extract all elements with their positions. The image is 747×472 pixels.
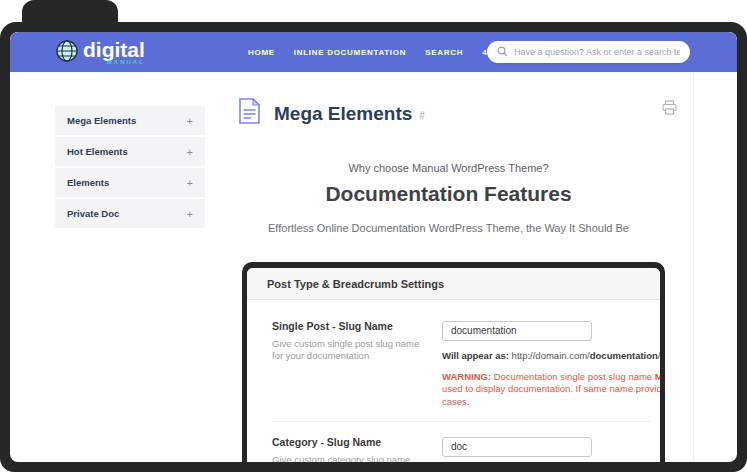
page-title-row: Mega Elements #: [238, 98, 425, 129]
page-title: Mega Elements: [274, 103, 412, 125]
expand-plus-icon[interactable]: +: [187, 208, 193, 220]
intro-heading: Documentation Features: [232, 182, 665, 206]
settings-panel: Post Type & Breadcrumb Settings Single P…: [247, 268, 660, 462]
settings-panel-frame: Post Type & Breadcrumb Settings Single P…: [242, 262, 665, 462]
category-slug-input[interactable]: [442, 437, 592, 457]
print-icon[interactable]: [662, 100, 677, 119]
sidebar-item-hot-elements[interactable]: Hot Elements +: [55, 137, 205, 166]
sidebar: Mega Elements + Hot Elements + Elements …: [55, 106, 205, 230]
intro-subheading: Effortless Online Documentation WordPres…: [232, 222, 665, 234]
form-row-category-slug: Category - Slug Name Give custom categor…: [272, 436, 660, 462]
sidebar-item-mega-elements[interactable]: Mega Elements +: [55, 106, 205, 135]
single-post-slug-input[interactable]: [442, 321, 592, 341]
anchor-hash-link[interactable]: #: [419, 110, 425, 121]
screen: digital MANUAL HOME INLINE DOCUMENTATION…: [10, 32, 737, 462]
expand-plus-icon[interactable]: +: [187, 146, 193, 158]
settings-panel-title: Post Type & Breadcrumb Settings: [267, 278, 444, 290]
intro-block: Why choose Manual WordPress Theme? Docum…: [232, 162, 665, 234]
row-divider: [272, 421, 650, 422]
sidebar-item-elements[interactable]: Elements +: [55, 168, 205, 197]
logo-subtext: MANUAL: [83, 59, 145, 65]
sidebar-item-label: Private Doc: [67, 208, 119, 219]
sidebar-item-private-doc[interactable]: Private Doc +: [55, 199, 205, 228]
site-header: digital MANUAL HOME INLINE DOCUMENTATION…: [10, 32, 737, 72]
globe-icon: [55, 39, 79, 67]
field-description: Give custom category slug name for your …: [272, 454, 424, 462]
settings-panel-header: Post Type & Breadcrumb Settings: [247, 268, 660, 300]
intro-eyebrow: Why choose Manual WordPress Theme?: [232, 162, 665, 174]
logo-text: digital: [83, 39, 145, 61]
warning-text: WARNING: Documentation single post slug …: [442, 371, 660, 409]
field-description: Give custom single post slug name for yo…: [272, 338, 424, 362]
main-nav: HOME INLINE DOCUMENTATION SEARCH 404: [248, 32, 498, 72]
nav-item-search[interactable]: SEARCH: [425, 48, 463, 57]
site-logo[interactable]: digital MANUAL: [55, 39, 145, 67]
url-preview: Will appear as: http://domain.com/docume…: [442, 350, 660, 361]
sidebar-item-label: Mega Elements: [67, 115, 136, 126]
search-input[interactable]: [514, 47, 680, 57]
content-edge-divider: [693, 72, 694, 462]
device-frame: digital MANUAL HOME INLINE DOCUMENTATION…: [0, 22, 747, 472]
search-icon: [497, 43, 508, 61]
settings-panel-body: Single Post - Slug Name Give custom sing…: [247, 300, 660, 462]
document-icon: [238, 98, 261, 129]
expand-plus-icon[interactable]: +: [187, 115, 193, 127]
field-label: Category - Slug Name: [272, 436, 442, 448]
form-row-single-post-slug: Single Post - Slug Name Give custom sing…: [272, 320, 660, 408]
expand-plus-icon[interactable]: +: [187, 177, 193, 189]
sidebar-item-label: Hot Elements: [67, 146, 128, 157]
nav-item-inline-documentation[interactable]: INLINE DOCUMENTATION: [294, 48, 406, 57]
field-label: Single Post - Slug Name: [272, 320, 442, 332]
nav-item-home[interactable]: HOME: [248, 48, 275, 57]
header-search[interactable]: [487, 41, 690, 63]
sidebar-item-label: Elements: [67, 177, 109, 188]
